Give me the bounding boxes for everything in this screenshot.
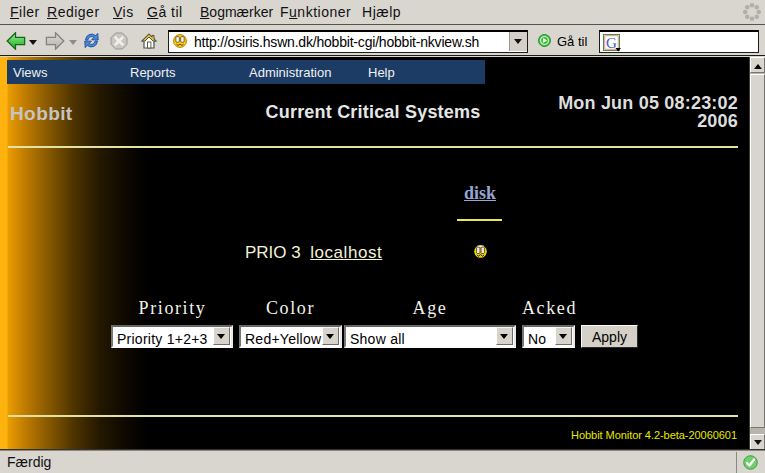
svg-text:G: G (606, 35, 617, 51)
